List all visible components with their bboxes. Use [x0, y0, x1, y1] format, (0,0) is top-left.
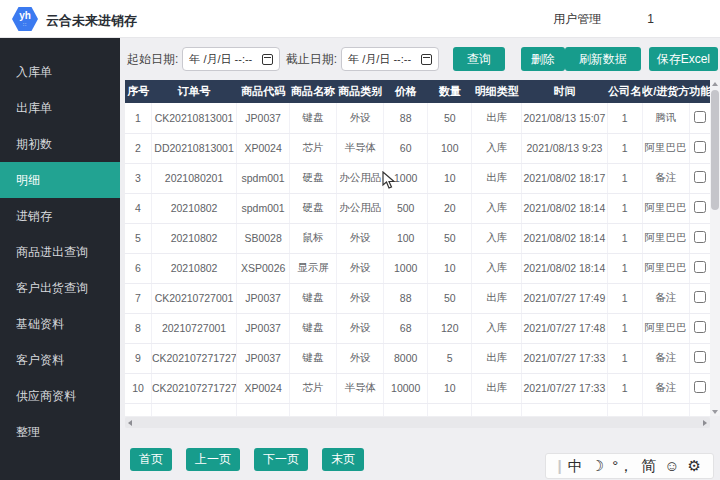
ime-moon-icon[interactable]: ☽	[591, 453, 604, 479]
detail-table: 序号订单号商品代码商品名称商品类别价格数量明细类型时间公司名收/进货方功能 1C…	[125, 80, 710, 416]
row-checkbox[interactable]	[694, 291, 706, 303]
vertical-scroll-thumb[interactable]	[711, 90, 719, 210]
column-header: 公司名	[607, 80, 642, 103]
end-date-input[interactable]: 年 /月/日 --:--	[341, 47, 438, 71]
table-cell: 10	[428, 163, 472, 193]
ime-chinese-mode[interactable]: 中	[568, 453, 583, 479]
row-checkbox[interactable]	[694, 201, 706, 213]
table-cell: 备注	[642, 163, 689, 193]
table-row: 1CK20210813001JP0037键盘外设8850出库2021/08/13…	[125, 103, 710, 133]
table-cell: 2	[125, 133, 151, 163]
table-row: 520210802SB0028鼠标外设10050入库2021/08/02 18:…	[125, 223, 710, 253]
table-cell	[151, 403, 236, 416]
calendar-icon[interactable]	[262, 54, 273, 65]
ime-punctuation-icon[interactable]: °，	[612, 453, 633, 479]
row-checkbox[interactable]	[694, 231, 706, 243]
table-cell: CK202107271727	[151, 373, 236, 403]
logo-dots: ∷	[12, 22, 38, 27]
table-row: 9CK202107271727JP0037键盘外设80005出库2021/07/…	[125, 343, 710, 373]
table-cell: 9	[125, 343, 151, 373]
table-cell	[607, 403, 642, 416]
sidebar-item-1[interactable]: 入库单	[0, 54, 120, 90]
table-cell: 出库	[472, 343, 522, 373]
table-cell: 500	[384, 193, 428, 223]
start-date-value: 年 /月/日 --:--	[189, 52, 261, 67]
sidebar-item-3[interactable]: 期初数	[0, 126, 120, 162]
scroll-up-arrow-icon[interactable]	[712, 82, 718, 86]
table-cell: 入库	[472, 223, 522, 253]
table-cell: 阿里巴巴	[642, 313, 689, 343]
scroll-right-arrow-icon[interactable]	[703, 420, 707, 426]
first-page-button[interactable]: 首页	[130, 448, 172, 471]
delete-button[interactable]: 删除	[521, 47, 565, 71]
table-cell-function	[689, 313, 710, 343]
sidebar-item-2[interactable]: 出库单	[0, 90, 120, 126]
ime-settings-icon[interactable]: ⚙	[688, 453, 701, 479]
table-cell: 8	[125, 313, 151, 343]
sidebar-item-9[interactable]: 客户资料	[0, 342, 120, 378]
sidebar-item-5[interactable]: 进销存	[0, 198, 120, 234]
table-cell-function	[689, 223, 710, 253]
end-date-value: 年 /月/日 --:--	[348, 52, 420, 67]
table-cell: 键盘	[290, 343, 337, 373]
table-cell: 2021080201	[151, 163, 236, 193]
sidebar-item-8[interactable]: 基础资料	[0, 306, 120, 342]
query-button[interactable]: 查询	[453, 47, 505, 71]
save-excel-button[interactable]: 保存Excel	[649, 47, 718, 71]
table-cell: 外设	[337, 283, 384, 313]
column-header: 商品类别	[337, 80, 384, 103]
table-cell: 显示屏	[290, 253, 337, 283]
row-checkbox[interactable]	[694, 261, 706, 273]
sidebar-item-10[interactable]: 供应商资料	[0, 378, 120, 414]
topbar-right: 用户管理 1	[553, 0, 720, 38]
refresh-data-button[interactable]: 刷新数据	[565, 47, 641, 71]
table-cell	[428, 403, 472, 416]
table-cell: 外设	[337, 103, 384, 133]
table-row: 7CK20210727001JP0037键盘外设8850出库2021/07/27…	[125, 283, 710, 313]
ime-simplified[interactable]: 简	[641, 453, 656, 479]
table-cell: XP0024	[237, 373, 290, 403]
sidebar-item-7[interactable]: 客户出货查询	[0, 270, 120, 306]
table-cell: 办公用品	[337, 163, 384, 193]
row-checkbox[interactable]	[694, 351, 706, 363]
table-cell: 3	[125, 163, 151, 193]
table-cell: 阿里巴巴	[642, 253, 689, 283]
table-cell: 2021/08/02 18:17	[522, 163, 607, 193]
user-count: 1	[647, 12, 654, 26]
next-page-button[interactable]: 下一页	[254, 448, 308, 471]
calendar-icon[interactable]	[421, 54, 432, 65]
table-cell: 2021/08/13 9:23	[522, 133, 607, 163]
sidebar-item-4[interactable]: 明细	[0, 162, 120, 198]
table-cell: 10	[125, 373, 151, 403]
horizontal-scrollbar[interactable]	[125, 417, 710, 428]
vertical-scrollbar[interactable]	[710, 80, 720, 416]
ime-emoji-icon[interactable]: ☺	[664, 453, 679, 479]
table-cell: 鼠标	[290, 223, 337, 253]
table-cell-function	[689, 253, 710, 283]
row-checkbox[interactable]	[694, 111, 706, 123]
table-cell: 1	[607, 253, 642, 283]
column-header: 收/进货方	[642, 80, 689, 103]
table-row: 32021080201spdm001硬盘办公用品100010出库2021/08/…	[125, 163, 710, 193]
prev-page-button[interactable]: 上一页	[186, 448, 240, 471]
sidebar-item-11[interactable]: 整理	[0, 414, 120, 450]
table-cell: spdm001	[237, 163, 290, 193]
table-row: 420210802spdm001硬盘办公用品50020入库2021/08/02 …	[125, 193, 710, 223]
row-checkbox[interactable]	[694, 141, 706, 153]
scroll-left-arrow-icon[interactable]	[128, 420, 132, 426]
scroll-down-arrow-icon[interactable]	[712, 410, 718, 414]
row-checkbox[interactable]	[694, 321, 706, 333]
table-cell: 1	[607, 103, 642, 133]
table-cell: 10	[428, 253, 472, 283]
row-checkbox[interactable]	[694, 381, 706, 393]
table-cell: CK202107271727	[151, 343, 236, 373]
start-date-input[interactable]: 年 /月/日 --:--	[182, 47, 279, 71]
user-management-link[interactable]: 用户管理	[553, 11, 601, 28]
table-cell: 出库	[472, 163, 522, 193]
sidebar-item-6[interactable]: 商品进出查询	[0, 234, 120, 270]
table-cell-function	[689, 373, 710, 403]
row-checkbox[interactable]	[694, 171, 706, 183]
last-page-button[interactable]: 末页	[322, 448, 364, 471]
table-cell: 120	[428, 313, 472, 343]
app-logo-icon: yh ∷	[12, 6, 38, 32]
